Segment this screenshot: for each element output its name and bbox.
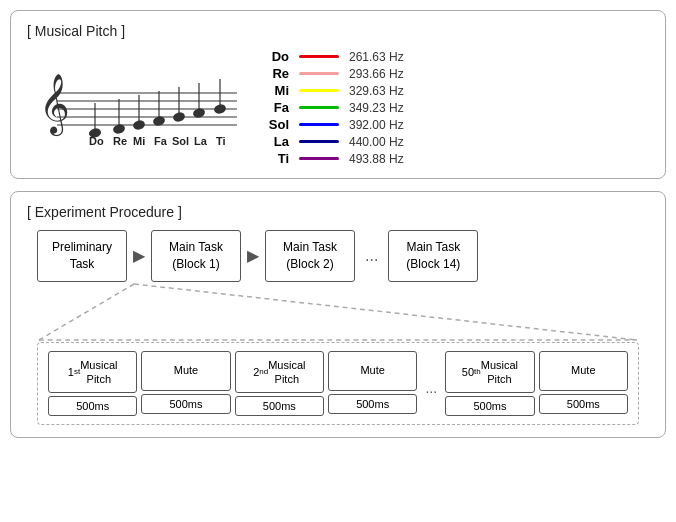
legend-note-label: La [267, 134, 289, 149]
legend-color-line [299, 157, 339, 160]
svg-line-29 [134, 284, 637, 340]
svg-text:Sol: Sol [172, 135, 189, 147]
procedure-arrow: ▶ [247, 246, 259, 265]
bottom-block-box: 50th MusicalPitch [445, 351, 534, 394]
procedure-block: Main Task(Block 2) [265, 230, 355, 282]
bottom-block-item: Mute500ms [141, 351, 230, 417]
svg-text:Ti: Ti [216, 135, 226, 147]
legend-note-label: Mi [267, 83, 289, 98]
block-time-label: 500ms [445, 396, 534, 416]
procedure-block: Main Task(Block 1) [151, 230, 241, 282]
block-time-label: 500ms [328, 394, 417, 414]
svg-text:Mi: Mi [133, 135, 145, 147]
svg-text:La: La [194, 135, 208, 147]
bottom-block-box: Mute [539, 351, 628, 391]
pitch-legend: Do261.63 HzRe293.66 HzMi329.63 HzFa349.2… [267, 49, 404, 166]
legend-note-label: Ti [267, 151, 289, 166]
legend-frequency: 329.63 Hz [349, 84, 404, 98]
procedure-top-row: PreliminaryTask▶Main Task(Block 1)▶Main … [27, 230, 649, 282]
svg-text:Fa: Fa [154, 135, 168, 147]
procedure-arrow: ▶ [133, 246, 145, 265]
procedure-block: PreliminaryTask [37, 230, 127, 282]
experiment-procedure-title: [ Experiment Procedure ] [27, 204, 649, 220]
legend-color-line [299, 123, 339, 126]
legend-color-line [299, 72, 339, 75]
legend-frequency: 293.66 Hz [349, 67, 404, 81]
block-time-label: 500ms [141, 394, 230, 414]
legend-frequency: 493.88 Hz [349, 152, 404, 166]
block-time-label: 500ms [539, 394, 628, 414]
legend-note-label: Re [267, 66, 289, 81]
staff-notation: 𝄞 [27, 63, 247, 153]
musical-pitch-title: [ Musical Pitch ] [27, 23, 649, 39]
legend-frequency: 440.00 Hz [349, 135, 404, 149]
svg-text:Do: Do [89, 135, 104, 147]
legend-note-label: Fa [267, 100, 289, 115]
legend-frequency: 392.00 Hz [349, 118, 404, 132]
legend-frequency: 261.63 Hz [349, 50, 404, 64]
bottom-blocks-row: 1st MusicalPitch500msMute500ms2nd Musica… [48, 351, 628, 417]
legend-note-label: Sol [267, 117, 289, 132]
block-time-label: 500ms [235, 396, 324, 416]
triangle-connector [37, 282, 639, 342]
bottom-block-box: Mute [328, 351, 417, 391]
procedure-block: Main Task(Block 14) [388, 230, 478, 282]
procedure-dots: ... [361, 247, 382, 265]
legend-color-line [299, 89, 339, 92]
musical-pitch-section: [ Musical Pitch ] 𝄞 [10, 10, 666, 179]
bottom-block-item: Mute500ms [539, 351, 628, 417]
bottom-block-box: 1st MusicalPitch [48, 351, 137, 394]
bottom-block-item: 2nd MusicalPitch500ms [235, 351, 324, 417]
musical-pitch-content: 𝄞 [27, 49, 649, 166]
block-time-label: 500ms [48, 396, 137, 416]
legend-frequency: 349.23 Hz [349, 101, 404, 115]
bottom-block-box: Mute [141, 351, 230, 391]
svg-line-28 [39, 284, 134, 340]
legend-color-line [299, 106, 339, 109]
bottom-block-box: 2nd MusicalPitch [235, 351, 324, 394]
bottom-blocks-wrapper: 1st MusicalPitch500msMute500ms2nd Musica… [37, 342, 639, 426]
bottom-block-item: Mute500ms [328, 351, 417, 417]
svg-text:Re: Re [113, 135, 127, 147]
legend-color-line [299, 140, 339, 143]
legend-color-line [299, 55, 339, 58]
experiment-procedure-section: [ Experiment Procedure ] PreliminaryTask… [10, 191, 666, 438]
svg-text:𝄞: 𝄞 [39, 74, 70, 137]
bottom-block-item: 50th MusicalPitch500ms [445, 351, 534, 417]
bottom-block-item: 1st MusicalPitch500ms [48, 351, 137, 417]
bottom-dots: ... [421, 351, 441, 417]
legend-note-label: Do [267, 49, 289, 64]
